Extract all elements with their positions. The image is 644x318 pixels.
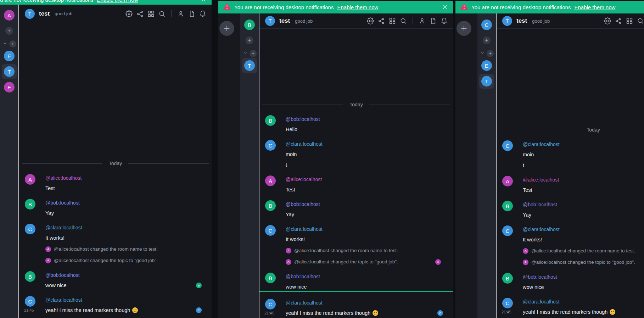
unread-marker-line [259,291,453,292]
file-icon[interactable] [188,10,196,17]
system-message-avatar: A [45,258,51,263]
message: A@alice:localhostTest [259,175,453,193]
grid-icon[interactable] [626,17,633,24]
sender-name[interactable]: @clara:localhost [523,140,644,148]
sender-name[interactable]: @bob:localhost [286,200,432,208]
message-timeline[interactable]: TodayC@clara:localhostmointA@alice:local… [497,29,644,318]
chevron-down-icon[interactable] [480,50,485,57]
sender-name[interactable]: @clara:localhost [286,299,432,307]
sender-name[interactable]: @clara:localhost [286,225,432,233]
message-text: Test [45,185,190,192]
close-icon[interactable] [200,0,207,3]
sender-name[interactable]: @bob:localhost [286,115,432,123]
sender-name[interactable]: @bob:localhost [523,201,644,208]
sender-name[interactable]: @bob:localhost [45,199,190,207]
sender-avatar[interactable]: B [502,273,513,284]
user-avatar[interactable]: B [244,19,255,30]
search-icon[interactable] [158,10,166,17]
enable-notifications-link[interactable]: Enable them now [97,0,138,3]
share-icon[interactable] [615,17,622,24]
message-timeline[interactable]: TodayB@bob:localhostHelloC@clara:localho… [259,29,453,318]
sender-avatar[interactable]: C [502,140,513,151]
message: B@bob:localhostYay [19,199,212,217]
divider-line [606,130,644,130]
search-icon[interactable] [399,17,407,24]
sender-avatar[interactable]: B [25,271,35,282]
settings-icon[interactable] [366,17,374,24]
sidebar-item-room-t[interactable]: T [479,74,494,89]
message: C@clara:localhostmoint [497,140,644,169]
add-room-button[interactable] [483,37,491,44]
sender-name[interactable]: @alice:localhost [523,176,644,184]
share-icon[interactable] [136,10,144,17]
add-room-to-space-button[interactable] [487,50,494,57]
sender-avatar[interactable]: A [265,175,276,186]
sender-avatar[interactable]: B [265,115,276,126]
message: C@clara:localhostyeah! I miss the read m… [19,296,212,314]
members-icon[interactable] [418,17,426,24]
message-text: wow nice [286,283,432,290]
sender-avatar[interactable]: C [25,224,35,234]
notifications-icon[interactable] [440,17,448,24]
room-topic: good job [295,18,313,24]
sender-avatar[interactable]: A [502,176,513,186]
sender-name[interactable]: @clara:localhost [45,224,190,231]
message: C@clara:localhostyeah! I miss the read m… [259,299,453,317]
sender-avatar[interactable]: B [25,199,35,210]
message: B@bob:localhostwow nice [259,273,453,290]
settings-icon[interactable] [604,17,611,24]
sender-avatar[interactable]: C [25,296,35,307]
sender-avatar[interactable]: C [265,299,276,309]
sender-name[interactable]: @clara:localhost [45,296,190,304]
sender-avatar[interactable]: B [265,273,276,283]
grid-icon[interactable] [388,17,396,24]
share-icon[interactable] [377,17,385,24]
notification-banner-clipped: You are not receiving desktop notificati… [0,0,212,5]
message: C@clara:localhostIt works! [497,225,644,243]
close-icon[interactable] [442,4,448,10]
sidebar-item-room-e[interactable]: E [479,58,494,73]
grid-icon[interactable] [147,10,155,17]
chevron-down-icon[interactable] [243,50,248,57]
settings-icon[interactable] [125,10,133,17]
sender-avatar[interactable]: C [265,225,276,236]
sender-avatar[interactable]: C [502,225,513,236]
sender-name[interactable]: @clara:localhost [523,298,644,306]
user-avatar[interactable]: A [4,10,15,21]
sender-name[interactable]: @alice:localhost [286,175,432,183]
sender-name[interactable]: @clara:localhost [286,140,432,148]
members-icon[interactable] [177,10,185,17]
sender-name[interactable]: @bob:localhost [523,273,644,281]
chevron-down-icon[interactable] [2,41,7,47]
enable-notifications-link[interactable]: Enable them now [337,4,378,10]
sender-name[interactable]: @bob:localhost [45,271,190,279]
sender-avatar[interactable]: C [265,140,276,151]
sender-name[interactable]: @alice:localhost [45,174,190,182]
search-icon[interactable] [637,17,644,24]
notifications-icon[interactable] [199,10,207,17]
message-text-content: Yay [286,211,294,218]
sidebar-item-room-t[interactable]: T [2,64,17,79]
alert-triangle-icon [223,3,231,11]
sender-avatar[interactable]: B [265,200,276,211]
sidebar-item-room-e[interactable]: E [2,49,17,63]
sidebar-item-room-e[interactable]: E [2,80,17,95]
message-text: moin [523,151,644,158]
sender-name[interactable]: @clara:localhost [523,225,644,233]
add-space-button[interactable] [219,21,234,36]
file-icon[interactable] [429,17,437,24]
user-avatar[interactable]: C [481,19,492,30]
space-rail [218,13,240,318]
sender-name[interactable]: @bob:localhost [286,273,432,280]
add-room-to-space-button[interactable] [250,50,257,57]
enable-notifications-link[interactable]: Enable them now [574,4,615,10]
add-room-to-space-button[interactable] [9,40,16,48]
message-timeline[interactable]: TodayA@alice:localhostTestB@bob:localhos… [19,23,212,318]
sender-avatar[interactable]: B [502,201,513,211]
add-room-button[interactable] [5,27,13,35]
sender-avatar[interactable]: A [25,174,35,185]
sidebar-item-room-t[interactable]: T [242,58,257,73]
add-room-button[interactable] [246,37,253,44]
sender-avatar[interactable]: C [502,298,513,308]
add-space-button[interactable] [457,21,471,36]
